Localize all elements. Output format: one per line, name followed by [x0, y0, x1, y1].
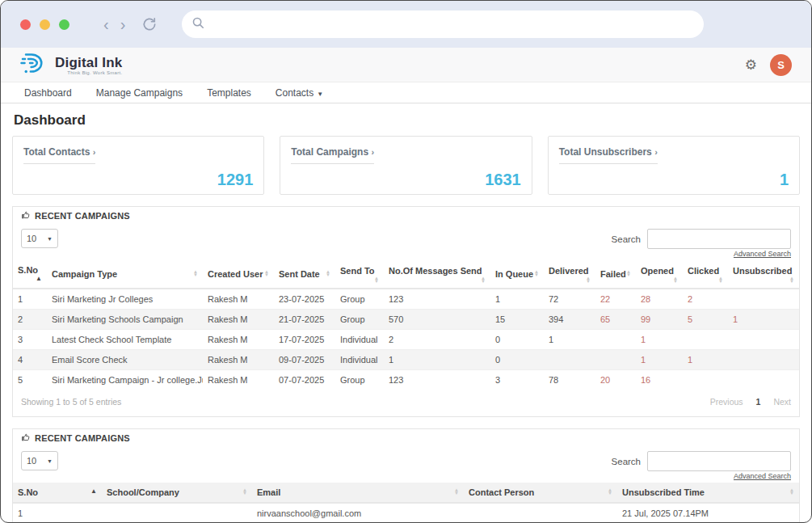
section-title: RECENT CAMPAIGNS: [35, 211, 130, 221]
thumbs-up-icon: [21, 210, 31, 221]
table-row: 2 Siri Marketing Schools Campaign Rakesh…: [13, 310, 799, 330]
col-contact-person[interactable]: Contact Person▲▼: [464, 483, 617, 503]
failed-count-link[interactable]: 20: [595, 370, 636, 390]
sort-icon: ▲▼: [789, 276, 794, 283]
chevron-right-icon: ›: [93, 147, 96, 157]
table-row: 1 Siri Marketing Jr Colleges Rakesh M 23…: [13, 289, 799, 310]
col-failed[interactable]: Failed▲▼: [595, 260, 636, 289]
clicked-count-link[interactable]: 5: [683, 310, 728, 330]
total-contacts-value: 1291: [23, 171, 253, 189]
brand-name: Digital Ink: [55, 55, 122, 71]
unsubscribers-search-input[interactable]: [647, 451, 791, 471]
clicked-count-link[interactable]: [683, 330, 728, 350]
total-unsubscribers-value: 1: [559, 171, 789, 189]
col-in-queue[interactable]: In Queue▲▼: [490, 260, 544, 289]
clicked-count-link[interactable]: 2: [683, 289, 728, 310]
nav-item-templates[interactable]: Templates: [195, 87, 263, 99]
sort-icon: ▲▼: [242, 488, 247, 495]
close-window-button[interactable]: [20, 19, 31, 30]
failed-count-link[interactable]: [595, 350, 636, 370]
opened-count-link[interactable]: 99: [636, 310, 683, 330]
sort-icon: ▲▼: [534, 270, 539, 276]
table-row: 3 Latest Check School Template Rakesh M …: [13, 330, 799, 350]
section-title: RECENT CAMPAIGNS: [35, 433, 130, 443]
user-avatar[interactable]: S: [770, 54, 792, 76]
col-clicked[interactable]: Clicked▲▼: [683, 260, 728, 289]
opened-count-link[interactable]: 16: [636, 370, 683, 390]
sort-icon: ▲▼: [193, 270, 198, 276]
opened-count-link[interactable]: 1: [636, 350, 683, 370]
campaigns-table: S.No▲ Campaign Type▲▼ Created User▲▼ Sen…: [13, 260, 799, 390]
col-unsubscribed-time[interactable]: Unsubscribed Time▲▼: [617, 483, 799, 503]
col-campaign-type[interactable]: Campaign Type▲▼: [47, 260, 203, 289]
chevron-right-icon: ›: [371, 147, 374, 157]
url-input[interactable]: [204, 11, 694, 38]
failed-count-link[interactable]: [595, 330, 636, 350]
col-send-to[interactable]: Send To▲▼: [335, 260, 384, 289]
address-bar[interactable]: [182, 11, 704, 38]
col-unsubscribed[interactable]: Unsubscribed▲▼: [728, 260, 799, 289]
unsubscribed-count-link[interactable]: [728, 370, 799, 390]
settings-gear-icon[interactable]: ⚙: [745, 58, 757, 72]
back-icon[interactable]: ‹: [103, 16, 109, 32]
page-number-button[interactable]: 1: [756, 397, 761, 407]
col-messages-send[interactable]: No.Of Messages Send▲▼: [384, 260, 490, 289]
sort-icon: ▲▼: [264, 270, 269, 276]
digital-ink-logo-icon: [20, 51, 49, 78]
pagination: Previous 1 Next: [710, 397, 791, 407]
unsubscribed-count-link[interactable]: 1: [728, 310, 799, 330]
chevron-right-icon: ›: [654, 147, 658, 157]
col-opened[interactable]: Opened▲▼: [636, 260, 683, 289]
total-unsubscribers-link[interactable]: Total Unsubscribers ›: [559, 146, 658, 164]
col-sno[interactable]: S.No▲: [13, 483, 102, 503]
failed-count-link[interactable]: 22: [595, 289, 636, 310]
advanced-search-link[interactable]: Advanced Search: [734, 472, 791, 480]
sort-icon: ▲▼: [586, 276, 591, 283]
brand-logo[interactable]: Digital Ink Think Big. Work Smart.: [20, 51, 122, 78]
recent-campaigns-section: RECENT CAMPAIGNS 10▼ Search Advanced Sea…: [12, 206, 800, 417]
table-row: 1 nirvaanschool@gmail.com 21 Jul, 2025 0…: [13, 503, 799, 523]
clicked-count-link[interactable]: 1: [683, 350, 728, 370]
nav-item-dashboard[interactable]: Dashboard: [12, 87, 84, 99]
opened-count-link[interactable]: 1: [636, 330, 683, 350]
recent-unsubscribers-section: RECENT CAMPAIGNS 10▼ Search Advanced Sea…: [12, 428, 800, 523]
search-label: Search: [612, 234, 641, 244]
total-contacts-link[interactable]: Total Contacts ›: [23, 146, 95, 164]
app-header: Digital Ink Think Big. Work Smart. ⚙ S: [1, 48, 811, 82]
advanced-search-link[interactable]: Advanced Search: [734, 250, 791, 258]
browser-chrome: ‹ ›: [1, 1, 811, 48]
sort-asc-icon: ▲: [90, 487, 97, 496]
campaigns-search-input[interactable]: [647, 229, 791, 249]
maximize-window-button[interactable]: [59, 19, 69, 30]
col-sno[interactable]: S.No▲: [13, 260, 47, 289]
thumbs-up-icon: [21, 432, 31, 444]
unsubscribed-count-link[interactable]: [728, 289, 799, 310]
table-row: 4 Email Score Check Rakesh M 09-07-2025 …: [13, 350, 799, 370]
search-label: Search: [612, 457, 641, 466]
next-button[interactable]: Next: [773, 397, 791, 407]
page-size-select[interactable]: 10▼: [21, 451, 58, 470]
clicked-count-link[interactable]: [683, 370, 728, 390]
sort-asc-icon: ▲: [36, 275, 42, 283]
col-created-user[interactable]: Created User▲▼: [203, 260, 274, 289]
col-delivered[interactable]: Delivered▲▼: [544, 260, 595, 289]
minimize-window-button[interactable]: [40, 19, 50, 30]
forward-icon[interactable]: ›: [120, 16, 126, 32]
nav-item-contacts[interactable]: Contacts▼: [263, 87, 335, 99]
nav-item-manage-campaigns[interactable]: Manage Campaigns: [84, 87, 195, 99]
col-school-company[interactable]: School/Company▲▼: [102, 483, 252, 503]
sort-icon: ▲▼: [789, 488, 794, 495]
previous-button[interactable]: Previous: [710, 397, 743, 407]
failed-count-link[interactable]: 65: [595, 310, 636, 330]
search-icon: [191, 16, 204, 32]
unsubscribed-count-link[interactable]: [728, 330, 799, 350]
col-sent-date[interactable]: Sent Date▲▼: [274, 260, 335, 289]
reload-icon[interactable]: [141, 16, 158, 32]
unsubscribed-count-link[interactable]: [728, 350, 799, 370]
window-controls: [20, 19, 69, 30]
opened-count-link[interactable]: 28: [636, 289, 683, 310]
sort-icon: ▲▼: [326, 270, 330, 276]
page-size-select[interactable]: 10▼: [21, 229, 58, 248]
total-campaigns-link[interactable]: Total Campaigns ›: [291, 146, 374, 164]
col-email[interactable]: Email▲▼: [252, 483, 464, 503]
